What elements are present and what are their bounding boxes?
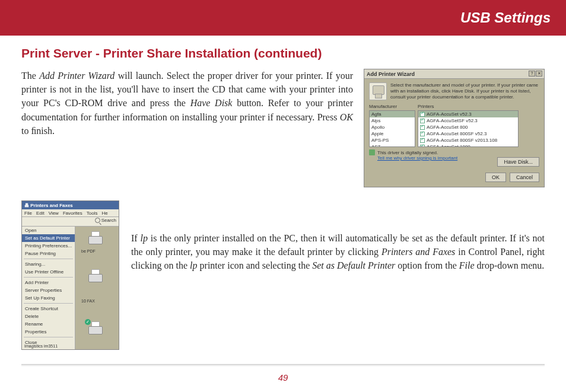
faxes-title-text: Printers and Faxes bbox=[30, 203, 73, 208]
printer-item-2[interactable]: AGFA-AccuSet 800 bbox=[418, 124, 518, 130]
header-bar: USB Settings bbox=[0, 0, 566, 36]
printer-item-4[interactable]: AGFA-AccuSet 800SF v2013.108 bbox=[418, 137, 518, 144]
search-icon bbox=[95, 218, 100, 223]
menu-use-offline[interactable]: Use Printer Offline bbox=[22, 268, 75, 276]
menu-pause-printing[interactable]: Pause Printing bbox=[22, 250, 75, 257]
printer-item-3-label: AGFA-AccuSet 800SF v52.3 bbox=[427, 131, 486, 136]
p2-italic-file: File bbox=[459, 260, 475, 270]
menu-add-printer[interactable]: Add Printer bbox=[22, 279, 75, 286]
driver-signed-row: This driver is digitally signed. bbox=[364, 147, 544, 155]
printers-and-faxes-screenshot: 🖶 Printers and Faxes File Edit View Favo… bbox=[21, 200, 119, 350]
printer-item-0-label: AGFA-AccuSet v52.3 bbox=[427, 111, 472, 117]
mfg-item-alps[interactable]: Alps bbox=[370, 117, 415, 124]
wizard-help-button[interactable]: ? bbox=[529, 71, 535, 77]
menu-separator bbox=[24, 259, 73, 259]
p2-seg1: If bbox=[131, 233, 140, 243]
printer-item-4-label: AGFA-AccuSet 800SF v2013.108 bbox=[427, 138, 497, 143]
p2-italic-printers-and-faxes: Printers and Faxes bbox=[381, 247, 455, 257]
paragraph-2: If lp is the only printer installed on t… bbox=[131, 200, 545, 273]
printer-item-5-label: AGFA-AccuSet 1000 bbox=[427, 144, 470, 147]
printer-item-2-label: AGFA-AccuSet 800 bbox=[427, 125, 468, 130]
printer-item-5[interactable]: AGFA-AccuSet 1000 bbox=[418, 144, 518, 147]
printer-item-default[interactable]: ✓ bbox=[86, 320, 106, 338]
row-faxes-and-text: 🖶 Printers and Faxes File Edit View Favo… bbox=[21, 200, 545, 350]
signed-driver-icon bbox=[420, 145, 425, 148]
manufacturer-listbox[interactable]: Agfa Alps Apollo Apple APS-PS AST bbox=[369, 110, 415, 147]
wizard-button-row: OK Cancel bbox=[485, 173, 539, 182]
menu-properties[interactable]: Properties bbox=[22, 328, 75, 336]
printer-item-0[interactable]: AGFA-AccuSet v52.3 bbox=[418, 111, 518, 117]
menubar-edit[interactable]: Edit bbox=[36, 211, 44, 216]
paragraph-1: The Add Printer Wizard will launch. Sele… bbox=[21, 69, 353, 187]
menu-separator bbox=[24, 337, 73, 337]
printer-item-lp[interactable] bbox=[86, 268, 106, 286]
ok-button[interactable]: OK bbox=[485, 173, 506, 182]
p2-italic-lp: lp bbox=[140, 233, 147, 243]
document-page: USB Settings Print Server - Printer Shar… bbox=[0, 0, 566, 392]
signed-driver-icon bbox=[420, 119, 425, 123]
faxes-titlebar: 🖶 Printers and Faxes bbox=[22, 201, 119, 209]
printer-item-1-label: AGFA-AccuSetSF v52.3 bbox=[427, 118, 478, 123]
menu-sharing[interactable]: Sharing... bbox=[22, 260, 75, 268]
mfg-item-apollo[interactable]: Apollo bbox=[370, 124, 415, 130]
menu-printing-preferences[interactable]: Printing Preferences... bbox=[22, 242, 75, 250]
wizard-close-button[interactable]: ✕ bbox=[536, 71, 542, 77]
have-disk-button-wrap: Have Disk... bbox=[497, 157, 539, 167]
printer-body-icon bbox=[88, 274, 103, 282]
signed-driver-icon bbox=[420, 125, 425, 130]
menu-delete[interactable]: Delete bbox=[22, 313, 75, 320]
printer-label-adobe-pdf: be PDF bbox=[81, 249, 117, 253]
menu-open[interactable]: Open bbox=[22, 227, 75, 234]
have-disk-button[interactable]: Have Disk... bbox=[497, 157, 539, 167]
mfg-item-apsps[interactable]: APS-PS bbox=[370, 137, 415, 144]
printer-item-adobe-pdf[interactable] bbox=[86, 230, 106, 248]
menu-separator bbox=[24, 303, 73, 304]
faxes-statusbar: Imagistics im3511 bbox=[24, 344, 58, 348]
p1-italic-add-printer-wizard: Add Printer Wizard bbox=[39, 71, 115, 81]
wizard-list-area: Manufacturer Agfa Alps Apollo Apple APS-… bbox=[364, 100, 544, 147]
manufacturer-column: Manufacturer Agfa Alps Apollo Apple APS-… bbox=[369, 104, 415, 147]
row-text-and-wizard: The Add Printer Wizard will launch. Sele… bbox=[21, 69, 545, 187]
mfg-item-ast[interactable]: AST bbox=[370, 144, 415, 147]
add-printer-wizard-screenshot: Add Printer Wizard ? ✕ Select the manufa… bbox=[364, 69, 545, 187]
menu-server-properties[interactable]: Server Properties bbox=[22, 286, 75, 294]
default-check-icon: ✓ bbox=[85, 319, 91, 325]
printer-item-1[interactable]: AGFA-AccuSetSF v52.3 bbox=[418, 117, 518, 124]
menu-create-shortcut[interactable]: Create Shortcut bbox=[22, 305, 75, 313]
cancel-button[interactable]: Cancel bbox=[510, 173, 539, 182]
p1-italic-ok: OK bbox=[340, 112, 353, 122]
menu-rename[interactable]: Rename bbox=[22, 320, 75, 328]
driver-signed-text: This driver is digitally signed. bbox=[377, 150, 438, 155]
menu-setup-faxing[interactable]: Set Up Faxing bbox=[22, 294, 75, 302]
faxes-toolbar: Search bbox=[22, 217, 119, 227]
wizard-instruction: Select the manufacturer and model of you… bbox=[390, 82, 539, 100]
menubar-file[interactable]: File bbox=[24, 211, 32, 216]
menubar-help[interactable]: He bbox=[101, 211, 107, 216]
wizard-title: Add Printer Wizard bbox=[367, 71, 415, 77]
search-button[interactable]: Search bbox=[95, 218, 116, 223]
p2-italic-set-as-default: Set as Default Printer bbox=[312, 260, 395, 270]
signed-driver-icon bbox=[420, 112, 425, 117]
faxes-body: Open Set as Default Printer Printing Pre… bbox=[22, 227, 119, 349]
p2-seg5: option from the bbox=[395, 260, 459, 270]
printer-body-icon bbox=[88, 236, 103, 244]
mfg-item-apple[interactable]: Apple bbox=[370, 130, 415, 137]
p2-seg4: printer icon and selecting the bbox=[198, 260, 313, 270]
printer-label-fax: 10 FAX bbox=[81, 299, 117, 303]
printers-listbox[interactable]: AGFA-AccuSet v52.3 AGFA-AccuSetSF v52.3 … bbox=[418, 110, 519, 147]
menu-set-default-printer[interactable]: Set as Default Printer bbox=[22, 234, 75, 242]
signed-driver-icon bbox=[420, 138, 425, 143]
printer-body-icon bbox=[88, 326, 103, 334]
footer-rule bbox=[21, 364, 545, 366]
menubar-tools[interactable]: Tools bbox=[87, 211, 98, 216]
mfg-item-agfa[interactable]: Agfa bbox=[370, 111, 415, 117]
p1-seg4: to ﬁnish. bbox=[21, 126, 55, 136]
manufacturer-label: Manufacturer bbox=[369, 104, 415, 109]
menubar-favorites[interactable]: Favorites bbox=[63, 211, 82, 216]
wizard-body: Select the manufacturer and model of you… bbox=[364, 79, 544, 100]
signed-driver-icon bbox=[420, 132, 425, 136]
menubar-view[interactable]: View bbox=[49, 211, 59, 216]
printer-item-3[interactable]: AGFA-AccuSet 800SF v52.3 bbox=[418, 130, 518, 137]
faxes-canvas: be PDF 10 FAX ✓ bbox=[75, 227, 119, 349]
printer-icon bbox=[369, 82, 387, 100]
